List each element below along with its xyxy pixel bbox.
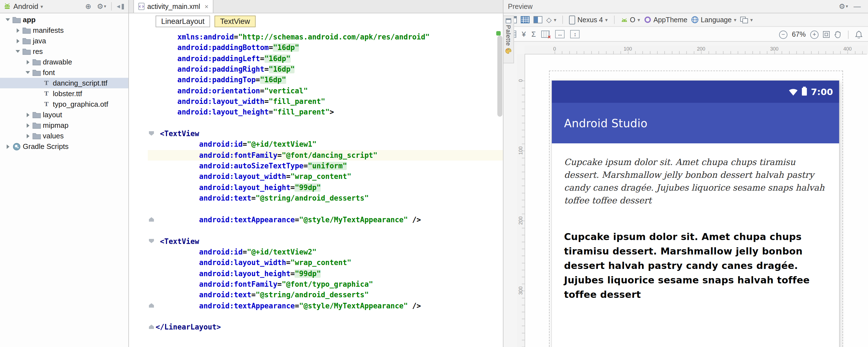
tree-item-label[interactable]: typo_graphica.otf <box>52 100 108 108</box>
tree-item-label[interactable]: layout <box>42 111 62 119</box>
pan-hand-icon[interactable] <box>834 31 841 38</box>
zoom-fit-icon[interactable] <box>823 31 830 38</box>
tree-item-lobster-ttf[interactable]: Tlobster.ttf <box>0 88 128 99</box>
theme-selector[interactable]: AppTheme <box>644 16 687 24</box>
code-line[interactable]: android:layout_height="fill_parent"> <box>129 107 503 118</box>
tree-item-label[interactable]: dancing_script.ttf <box>52 79 107 87</box>
tree-item-typo-graphica-otf[interactable]: Ttypo_graphica.otf <box>0 99 128 109</box>
fold-marker-icon[interactable] <box>149 303 154 308</box>
inspection-indicator-icon[interactable] <box>496 31 501 36</box>
expand-arrow-icon[interactable] <box>26 123 29 128</box>
tree-item-layout[interactable]: layout <box>0 109 128 120</box>
locale-selector[interactable]: Language ▾ <box>691 16 736 24</box>
breadcrumb-item-textview[interactable]: TextView <box>215 15 256 27</box>
code-line[interactable]: android:layout_width="fill_parent" <box>129 96 503 107</box>
api-version-selector[interactable]: O ▾ <box>620 16 640 24</box>
code-text[interactable]: android:paddingLeft="16dp" <box>148 53 503 64</box>
fold-marker-icon[interactable] <box>149 325 154 329</box>
tree-item-res[interactable]: res <box>0 46 128 57</box>
collapse-arrow-icon[interactable] <box>5 18 10 21</box>
code-line[interactable]: android:autoSizeTextType="uniform" <box>129 161 503 171</box>
code-line[interactable]: android:text="@string/android_desserts" <box>129 290 503 301</box>
fold-marker-icon[interactable] <box>149 239 154 243</box>
code-line[interactable]: android:id="@+id/textView1" <box>129 139 503 150</box>
code-text[interactable]: android:text="@string/android_desserts" <box>148 193 503 203</box>
code-line[interactable]: android:paddingTop="16dp" <box>129 75 503 86</box>
code-text[interactable] <box>148 203 503 215</box>
collapse-arrow-icon[interactable] <box>16 50 20 53</box>
zoom-out-icon[interactable] <box>779 30 787 39</box>
tree-item-manifests[interactable]: manifests <box>0 25 128 36</box>
collapse-arrow-icon[interactable] <box>26 71 30 74</box>
tab-activity-main-xml[interactable]: activity_main.xml × <box>133 0 213 13</box>
hide-panel-icon[interactable] <box>117 4 124 9</box>
code-line[interactable] <box>129 225 503 236</box>
device-selector[interactable]: Nexus 4 ▾ <box>569 15 608 24</box>
tree-item-label[interactable]: mipmap <box>42 121 69 129</box>
tree-item-java[interactable]: java <box>0 36 128 46</box>
tree-item-gradle-scripts[interactable]: Gradle Scripts <box>0 141 128 152</box>
code-text[interactable]: android:text="@string/android_desserts" <box>148 290 503 301</box>
tree-item-label[interactable]: manifests <box>32 26 64 34</box>
layout-variant-selector[interactable]: ▾ <box>740 17 753 23</box>
code-text[interactable] <box>148 311 503 322</box>
project-view-selector[interactable]: Android ▾ <box>0 2 46 10</box>
device-preview[interactable]: 7:00 Android Studio Cupcake ipsum dolor … <box>552 81 839 347</box>
tree-item-mipmap[interactable]: mipmap <box>0 120 128 131</box>
zoom-in-icon[interactable] <box>810 30 818 39</box>
close-tab-icon[interactable]: × <box>205 2 208 10</box>
split-view-icon[interactable] <box>533 16 542 23</box>
expand-arrow-icon[interactable] <box>26 60 29 64</box>
code-line[interactable]: android:paddingBottom="16dp" <box>129 42 503 53</box>
tree-item-dancing-script-ttf[interactable]: Tdancing_script.ttf <box>0 78 128 88</box>
code-text[interactable]: android:paddingTop="16dp" <box>148 75 503 86</box>
code-text[interactable]: <TextView <box>148 236 503 247</box>
code-text[interactable]: android:layout_width="wrap_content" <box>148 257 503 268</box>
code-text[interactable]: android:fontFamily="@font/typo_graphica" <box>148 279 503 290</box>
code-line[interactable]: <TextView <box>129 128 503 139</box>
code-line[interactable]: android:layout_width="wrap_content" <box>129 171 503 182</box>
code-text[interactable]: android:fontFamily="@font/dancing_script… <box>148 150 503 161</box>
expand-horizontal-icon[interactable]: ↔ <box>555 30 565 38</box>
tree-item-label[interactable]: java <box>32 37 46 45</box>
code-text[interactable]: <TextView <box>148 128 503 139</box>
tree-item-label[interactable]: font <box>42 68 55 77</box>
preview-settings-button[interactable]: ⚙▾ <box>839 2 848 10</box>
code-text[interactable]: android:layout_width="wrap_content" <box>148 171 503 182</box>
editor-scrollbar[interactable] <box>497 36 502 117</box>
code-text[interactable]: android:layout_height="99dp" <box>148 182 503 193</box>
code-line[interactable] <box>129 203 503 215</box>
code-line[interactable]: android:layout_height="99dp" <box>129 182 503 193</box>
expand-arrow-icon[interactable] <box>26 134 29 138</box>
code-text[interactable]: android:paddingRight="16dp" <box>148 64 503 75</box>
tree-item-font[interactable]: font <box>0 67 128 78</box>
code-text[interactable]: android:textAppearance="@style/MyTextApp… <box>148 215 503 225</box>
tree-item-drawable[interactable]: drawable <box>0 57 128 67</box>
tree-item-label[interactable]: drawable <box>42 58 72 66</box>
hide-preview-icon[interactable]: — <box>854 2 861 10</box>
code-line[interactable]: android:textAppearance="@style/MyTextApp… <box>129 300 503 311</box>
code-line[interactable]: android:paddingLeft="16dp" <box>129 53 503 64</box>
code-line[interactable] <box>129 118 503 129</box>
code-text[interactable]: android:autoSizeTextType="uniform" <box>148 161 503 171</box>
autoconnect-sigma-icon[interactable]: Σ <box>531 30 536 38</box>
tree-item-label[interactable]: values <box>42 132 64 140</box>
code-text[interactable] <box>148 225 503 236</box>
tree-item-values[interactable]: values <box>0 131 128 141</box>
fold-marker-icon[interactable] <box>149 131 154 135</box>
expand-arrow-icon[interactable] <box>17 28 19 32</box>
code-text[interactable]: android:layout_width="fill_parent" <box>148 96 503 107</box>
code-line[interactable]: android:fontFamily="@font/dancing_script… <box>129 150 503 161</box>
expand-vertical-icon[interactable]: ↕ <box>570 30 580 38</box>
code-line[interactable]: <TextView <box>129 236 503 247</box>
code-line[interactable]: </LinearLayout> <box>129 322 503 333</box>
code-line[interactable]: android:fontFamily="@font/typo_graphica" <box>129 279 503 290</box>
tree-item-label[interactable]: lobster.ttf <box>52 90 82 98</box>
expand-arrow-icon[interactable] <box>17 39 19 43</box>
breadcrumb-item-linearlayout[interactable]: LinearLayout <box>156 15 210 27</box>
project-settings-button[interactable]: ⚙▾ <box>97 2 106 10</box>
tree-item-label[interactable]: res <box>32 47 43 56</box>
palette-tab[interactable]: Palette <box>503 15 514 63</box>
locate-file-button[interactable]: ⊕ <box>85 2 91 10</box>
orientation-selector[interactable]: ◇ ▾ <box>546 15 556 24</box>
